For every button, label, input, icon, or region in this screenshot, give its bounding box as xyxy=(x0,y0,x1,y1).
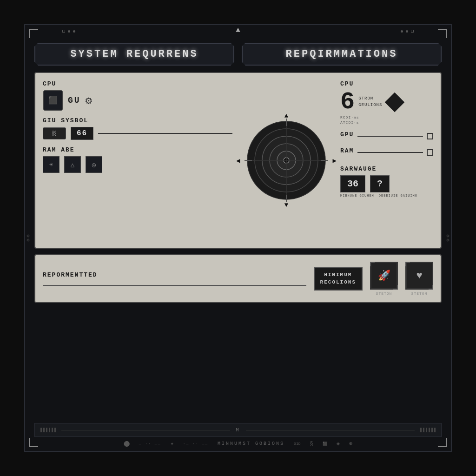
gpu-symbol-label: GIU SYSBOL xyxy=(43,117,232,124)
status-dot-12 xyxy=(434,428,436,432)
right-gpu-label: GPU xyxy=(340,131,354,138)
storage-values: 36 ? xyxy=(340,175,433,192)
ram-chip-6 xyxy=(109,285,121,285)
radar-arrow-right: ▶ xyxy=(333,157,337,165)
bottom-label-4: ⬛ xyxy=(323,442,327,446)
right-ram-section: RAM xyxy=(340,147,433,157)
top-dots-right xyxy=(401,30,414,33)
title-right: REPQIRMMATIONS xyxy=(286,48,398,60)
side-dot-r1 xyxy=(446,234,450,238)
ram-chips xyxy=(43,285,306,285)
radar-arrow-down: ▼ xyxy=(284,201,288,209)
storage-sub-1: MIBNUNE GIUHEM xyxy=(340,194,374,198)
gpu-row: ⛓ 66 xyxy=(43,127,232,140)
ram-chip-15 xyxy=(227,285,240,285)
status-dot-8 xyxy=(423,428,424,432)
bottom-icon-3: § xyxy=(310,441,313,447)
status-dot-2 xyxy=(43,428,45,432)
ram-chip-3 xyxy=(70,285,82,285)
target-icon: ◎ xyxy=(86,156,102,173)
ram-chip-11 xyxy=(175,285,187,285)
status-center: M xyxy=(236,427,240,433)
bottom-label-2: ·— ·· —— xyxy=(183,442,208,446)
bottom-label-1: — ·· —— xyxy=(139,442,161,446)
bottom-icon-5: ⊕ xyxy=(349,440,352,447)
status-dot-3 xyxy=(46,428,47,432)
status-dot-11 xyxy=(431,428,433,432)
right-cpu-label: CPU xyxy=(340,80,433,87)
status-bar: M xyxy=(34,423,442,437)
storage-labels: MIBNUNE GIUHEM DEBEIUIE GAIUIMO xyxy=(340,194,433,198)
dash-line xyxy=(98,133,232,134)
button-col-1[interactable]: 🚀 STETON xyxy=(370,262,398,296)
ram-chip-1 xyxy=(43,285,56,285)
right-ram-label: RAM xyxy=(340,147,354,154)
ram-chip-7 xyxy=(122,285,135,285)
storage-number: 36 xyxy=(347,178,358,189)
chain-icon: ⛓ xyxy=(43,127,66,139)
gear-icon: ⚙ xyxy=(86,94,92,107)
btn-2-icon: ♥ xyxy=(416,270,422,282)
status-dot-10 xyxy=(429,428,430,432)
radar-svg xyxy=(245,119,328,202)
bottom-label-3: OID xyxy=(294,442,300,446)
main-panel: CPU ⬛ GU ⚙ GIU SYSBOL ⛓ 66 xyxy=(34,72,442,249)
cpu-detail-2: GEULIONS xyxy=(358,103,382,108)
storage-question: ? xyxy=(377,178,383,189)
ram-chip-10 xyxy=(162,285,174,285)
left-column: CPU ⬛ GU ⚙ GIU SYSBOL ⛓ 66 xyxy=(43,80,232,240)
bottom-panel: REPORMENTTED xyxy=(34,254,442,303)
title-box-right: REPQIRMMATIONS xyxy=(242,43,442,66)
cpu-icon-box: ⬛ xyxy=(43,90,63,111)
ram-chip-12 xyxy=(188,285,200,285)
min-req-text-2: RECOLIONS xyxy=(320,279,356,286)
bottom-icon-4: ◈ xyxy=(337,440,340,447)
status-dots-right xyxy=(420,428,436,432)
min-req-text-1: HINIMUM xyxy=(320,271,356,278)
storage-number-box: 36 xyxy=(340,175,365,192)
ram-row: ☀ △ ◎ xyxy=(43,156,232,173)
btn-2-label: STETON xyxy=(411,291,428,296)
ram-chip-18 xyxy=(267,285,279,285)
ram-chip-2 xyxy=(56,285,69,285)
ram-chip-19 xyxy=(280,285,292,285)
outer-frame: ▲ SYSTEM REQURRENS REPQIRMMATIONS CPU xyxy=(24,24,452,452)
ram-chip-17 xyxy=(254,285,266,285)
top-sq-left xyxy=(62,30,65,33)
side-deco-left xyxy=(27,235,29,241)
right-gpu-section: GPU xyxy=(340,131,433,141)
recommended-label: REPORMENTTED xyxy=(43,271,306,278)
top-dot-2 xyxy=(73,30,75,33)
status-dot-9 xyxy=(426,428,427,432)
storage-sub-2: DEBEIUIE GAIUIMO xyxy=(379,194,417,198)
right-cpu-details: STROM GEULIONS xyxy=(358,96,382,108)
cpu-chip-icon: ⬛ xyxy=(48,96,58,105)
ram-section: RAM ABE ☀ △ ◎ xyxy=(43,146,232,173)
ram-chip-5 xyxy=(96,285,108,285)
button-col-2[interactable]: ♥ STETON xyxy=(405,262,433,296)
ram-chip-9 xyxy=(148,285,161,285)
diamond-icon xyxy=(385,93,404,112)
ram-chip-4 xyxy=(83,285,95,285)
radar-arrow-up: ▲ xyxy=(284,112,288,119)
cpu-big-number: 6 xyxy=(340,90,355,114)
cpu-row: ⬛ GU ⚙ xyxy=(43,90,232,111)
ram-chip-13 xyxy=(201,285,213,285)
gpu-value-box: 66 xyxy=(71,127,93,140)
cpu-detail-1: STROM xyxy=(358,96,382,102)
btn-2-box[interactable]: ♥ xyxy=(405,262,433,290)
top-sq-right xyxy=(411,30,414,33)
corner-tr xyxy=(438,29,447,38)
bottom-icon-1: ⬤ xyxy=(124,440,130,447)
side-dot-l2 xyxy=(26,238,30,242)
storage-question-box: ? xyxy=(370,175,390,192)
btn-1-box[interactable]: 🚀 xyxy=(370,262,398,290)
bottom-center-label: MINNUMST GOBIONS xyxy=(218,441,284,446)
title-left: SYSTEM REQURRENS xyxy=(70,48,198,60)
status-dot-5 xyxy=(52,428,53,432)
radar-arrow-left: ◀ xyxy=(236,157,240,165)
gpu-value: 66 xyxy=(77,129,87,138)
bottom-icon-2: ✦ xyxy=(170,440,173,447)
cpu-sub-line: RCDI·ns xyxy=(340,115,433,119)
btn-1-icon: 🚀 xyxy=(378,270,390,282)
